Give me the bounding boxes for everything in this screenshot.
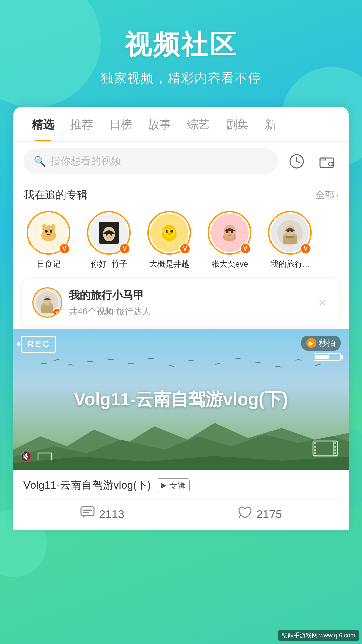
svg-point-9 — [45, 230, 48, 233]
page-subtitle: 独家视频，精彩内容看不停 — [0, 70, 362, 87]
search-section: 🔍 搜你想看的视频 — [13, 142, 349, 181]
miao-text: 秒拍 — [319, 338, 335, 348]
tab-tuijian[interactable]: 推荐 — [62, 107, 101, 141]
avatar-item-4[interactable]: V 张大奕eve — [201, 211, 258, 269]
comment-count: 2113 — [99, 507, 124, 521]
video-right-overlay: ▶ 秒拍 — [301, 336, 341, 361]
page-title: 视频社区 — [0, 27, 362, 63]
volume-icon: 🔇 — [20, 451, 32, 462]
folder-button[interactable] — [315, 150, 339, 173]
chevron-right-icon: › — [336, 190, 339, 200]
avatar-ring-2: V — [87, 211, 131, 255]
following-title: 我在追的专辑 — [23, 187, 88, 202]
avatar-name-3: 大概是井越 — [149, 259, 189, 269]
tooltip-channel-name: 我的旅行小马甲 — [69, 288, 308, 303]
video-overlay-title: Volg11-云南自驾游vlog(下) — [74, 388, 288, 411]
svg-point-33 — [287, 230, 289, 232]
miao-icon: ▶ — [306, 338, 316, 348]
avatar-item-5[interactable]: V 我的旅行... — [261, 211, 318, 269]
tooltip-verified-badge: V — [53, 308, 61, 317]
tooltip-info: 我的旅行小马甲 共46个视频·旅行达人 — [69, 288, 308, 317]
svg-rect-55 — [81, 507, 94, 516]
verified-badge-5: V — [300, 243, 311, 254]
video-card[interactable]: REC ▶ 秒拍 Volg11-云南自驾游vlog(下) — [13, 329, 349, 530]
search-placeholder-text: 搜你想看的视频 — [51, 154, 121, 168]
avatar-ring-5: V — [268, 211, 312, 255]
following-all-link[interactable]: 全部 › — [315, 189, 339, 201]
search-input-wrap[interactable]: 🔍 搜你想看的视频 — [23, 148, 278, 174]
svg-point-29 — [231, 231, 233, 233]
tab-new[interactable]: 新 — [257, 107, 284, 141]
svg-rect-52 — [334, 446, 336, 448]
tab-ribang[interactable]: 日榜 — [101, 107, 140, 141]
video-tag-label: 专辑 — [169, 480, 185, 491]
avatar-name-2: 你好_竹子 — [90, 259, 127, 269]
tab-jingxuan[interactable]: 精选 — [23, 107, 62, 141]
search-icon: 🔍 — [34, 155, 46, 167]
svg-rect-53 — [334, 449, 336, 451]
svg-rect-50 — [314, 452, 316, 454]
video-info-section: Volg11-云南自驾游vlog(下) ▶ 专辑 — [13, 470, 349, 530]
like-icon — [238, 505, 252, 523]
avatar-ring-3: V — [147, 211, 191, 255]
video-overlay-top: REC ▶ 秒拍 — [13, 329, 349, 367]
svg-marker-56 — [83, 516, 85, 518]
tab-juji[interactable]: 剧集 — [218, 107, 257, 141]
avatar-name-4: 张大奕eve — [211, 259, 248, 269]
svg-point-15 — [110, 234, 112, 236]
avatar-name-5: 我的旅行... — [270, 259, 309, 269]
svg-rect-44 — [313, 441, 337, 456]
avatar-item-1[interactable]: V 日食记 — [20, 211, 77, 269]
like-count: 2175 — [256, 507, 282, 521]
svg-rect-54 — [334, 452, 336, 454]
svg-point-23 — [172, 231, 173, 232]
mountain-landscape — [13, 416, 349, 470]
verified-badge-4: V — [240, 243, 251, 254]
svg-point-22 — [167, 231, 168, 232]
video-thumbnail: REC ▶ 秒拍 Volg11-云南自驾游vlog(下) — [13, 329, 349, 470]
video-stats: 2113 2175 — [23, 499, 339, 523]
avatar-item-3[interactable]: V 大概是井越 — [141, 211, 198, 269]
svg-rect-49 — [314, 449, 316, 451]
avatar-ring-1: V — [27, 211, 70, 255]
svg-rect-36 — [286, 236, 294, 238]
page-header: 视频社区 独家视频，精彩内容看不停 — [0, 0, 362, 107]
tooltip-channel-desc: 共46个视频·旅行达人 — [69, 306, 308, 317]
miao-badge: ▶ 秒拍 — [301, 336, 341, 351]
video-album-tag[interactable]: ▶ 专辑 — [157, 478, 190, 492]
video-title: Volg11-云南自驾游vlog(下) — [23, 478, 151, 493]
tooltip-avatar: V — [32, 287, 62, 318]
svg-rect-48 — [314, 446, 316, 448]
watermark: 锦鲤手游戏网 www.qt6.com — [278, 630, 359, 641]
film-strip-icon — [312, 438, 339, 460]
verified-badge-2: V — [119, 243, 130, 254]
verified-badge-3: V — [180, 243, 190, 254]
like-stat[interactable]: 2175 — [238, 505, 282, 523]
svg-point-10 — [50, 230, 52, 233]
comment-stat[interactable]: 2113 — [80, 505, 124, 523]
channel-tooltip-card: V 我的旅行小马甲 共46个视频·旅行达人 ✕ — [23, 279, 339, 326]
battery-indicator — [314, 353, 341, 361]
avatar-name-1: 日食记 — [37, 259, 61, 269]
following-section-header: 我在追的专辑 全部 › — [13, 181, 349, 206]
svg-point-34 — [291, 230, 293, 232]
tooltip-close-button[interactable]: ✕ — [315, 293, 330, 312]
battery-fill — [315, 355, 329, 359]
video-title-row: Volg11-云南自驾游vlog(下) ▶ 专辑 — [23, 478, 339, 493]
rec-badge: REC — [21, 336, 56, 353]
history-button[interactable] — [285, 150, 308, 173]
svg-point-14 — [106, 234, 108, 236]
svg-rect-47 — [314, 442, 316, 444]
avatar-list: V 日食记 V 你好_竹子 — [13, 206, 349, 276]
video-center-overlay: Volg11-云南自驾游vlog(下) — [74, 388, 288, 411]
verified-badge-1: V — [59, 243, 70, 254]
play-tag-icon: ▶ — [161, 481, 167, 490]
comment-icon — [80, 505, 95, 523]
tab-zongyi[interactable]: 综艺 — [179, 107, 218, 141]
main-card: 精选 推荐 日榜 故事 综艺 剧集 新 🔍 搜你想看的视频 — [13, 107, 349, 530]
video-volume-control[interactable]: 🔇 — [20, 450, 61, 463]
svg-point-24 — [167, 233, 171, 235]
tab-gushi[interactable]: 故事 — [140, 107, 179, 141]
avatar-item-2[interactable]: V 你好_竹子 — [80, 211, 137, 269]
svg-rect-40 — [41, 306, 53, 313]
